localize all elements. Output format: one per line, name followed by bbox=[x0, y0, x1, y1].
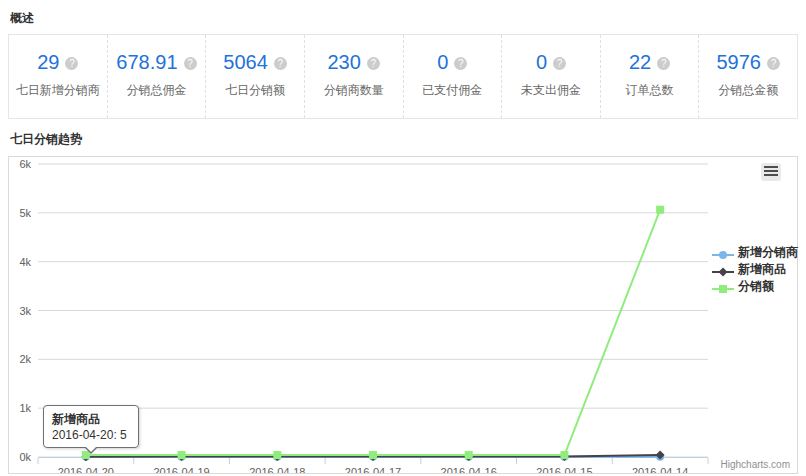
stat-value: 5976 bbox=[716, 51, 761, 73]
hamburger-menu-icon[interactable] bbox=[761, 163, 781, 181]
legend-item-new-distributors[interactable]: 新增分销商 bbox=[712, 244, 798, 261]
stat-card-paid-commission: 0? 已支付佣金 bbox=[403, 35, 502, 118]
y-tick-label: 4k bbox=[19, 256, 31, 268]
series-marker[interactable] bbox=[656, 206, 664, 214]
stat-value: 0 bbox=[536, 51, 547, 73]
help-icon[interactable]: ? bbox=[65, 57, 78, 70]
legend-label: 分销额 bbox=[738, 278, 774, 295]
legend-item-sales-amount[interactable]: 分销额 bbox=[712, 278, 798, 295]
series-line[interactable] bbox=[86, 210, 660, 455]
x-tick-label: 2016-04-19 bbox=[153, 466, 209, 473]
stat-label: 订单总数 bbox=[601, 82, 699, 99]
stat-value: 22 bbox=[629, 51, 651, 73]
overview-title: 概述 bbox=[0, 0, 806, 27]
legend-marker-icon bbox=[712, 264, 734, 276]
series-marker[interactable] bbox=[465, 451, 473, 459]
help-icon[interactable]: ? bbox=[767, 57, 780, 70]
legend-item-new-products[interactable]: 新增商品 bbox=[712, 261, 798, 278]
stat-card-order-total: 22? 订单总数 bbox=[600, 35, 699, 118]
highcharts-credit-link[interactable]: Highcharts.com bbox=[721, 459, 790, 470]
chart-legend: 新增分销商 新增商品 分销额 bbox=[712, 244, 798, 295]
stat-card-total-amount: 5976? 分销总金额 bbox=[698, 35, 797, 118]
legend-label: 新增分销商 bbox=[738, 244, 798, 261]
help-icon[interactable]: ? bbox=[454, 57, 467, 70]
series-marker[interactable] bbox=[560, 451, 568, 459]
stat-card-total-commission: 678.91? 分销总佣金 bbox=[107, 35, 206, 118]
y-tick-label: 5k bbox=[19, 207, 31, 219]
help-icon[interactable]: ? bbox=[367, 57, 380, 70]
stat-label: 七日分销额 bbox=[206, 82, 304, 99]
tooltip-value: 2016-04-20: 5 bbox=[52, 428, 130, 442]
series-marker[interactable] bbox=[719, 267, 728, 276]
y-tick-label: 0k bbox=[19, 451, 31, 463]
stat-card-new-distributors-7d: 29? 七日新增分销商 bbox=[9, 35, 107, 118]
series-marker[interactable] bbox=[369, 451, 377, 459]
chart-tooltip: 新增商品 2016-04-20: 5 bbox=[43, 405, 139, 448]
overview-stats-panel: 29? 七日新增分销商 678.91? 分销总佣金 5064? 七日分销额 23… bbox=[8, 34, 798, 119]
stat-label: 未支出佣金 bbox=[502, 82, 600, 99]
x-tick-label: 2016-04-15 bbox=[536, 466, 592, 473]
stat-card-distributor-count: 230? 分销商数量 bbox=[304, 35, 403, 118]
stat-card-sales-7d: 5064? 七日分销额 bbox=[205, 35, 304, 118]
series-marker[interactable] bbox=[719, 251, 727, 259]
y-tick-label: 1k bbox=[19, 402, 31, 414]
stat-label: 分销总金额 bbox=[699, 82, 797, 99]
y-tick-label: 6k bbox=[19, 158, 31, 170]
series-marker[interactable] bbox=[719, 285, 727, 293]
series-marker[interactable] bbox=[178, 451, 186, 459]
x-tick-label: 2016-04-16 bbox=[441, 466, 497, 473]
help-icon[interactable]: ? bbox=[184, 57, 197, 70]
stat-value: 230 bbox=[328, 51, 361, 73]
series-marker[interactable] bbox=[273, 451, 281, 459]
trend-title: 七日分销趋势 bbox=[0, 119, 806, 148]
help-icon[interactable]: ? bbox=[553, 57, 566, 70]
tooltip-series-name: 新增商品 bbox=[52, 411, 130, 428]
stat-label: 分销商数量 bbox=[305, 82, 403, 99]
stat-value: 5064 bbox=[223, 51, 268, 73]
legend-label: 新增商品 bbox=[738, 261, 786, 278]
x-tick-label: 2016-04-20 bbox=[58, 466, 114, 473]
stat-label: 七日新增分销商 bbox=[9, 82, 107, 99]
help-icon[interactable]: ? bbox=[657, 57, 670, 70]
help-icon[interactable]: ? bbox=[274, 57, 287, 70]
trend-chart: 0k1k2k3k4k5k6k2016-04-202016-04-192016-0… bbox=[8, 156, 798, 474]
legend-marker-icon bbox=[712, 247, 734, 259]
x-tick-label: 2016-04-14 bbox=[632, 466, 688, 473]
stat-value: 0 bbox=[437, 51, 448, 73]
stat-label: 已支付佣金 bbox=[404, 82, 502, 99]
legend-marker-icon bbox=[712, 281, 734, 293]
stat-value: 678.91 bbox=[116, 51, 177, 73]
y-tick-label: 2k bbox=[19, 353, 31, 365]
stat-value: 29 bbox=[37, 51, 59, 73]
stat-card-unpaid-commission: 0? 未支出佣金 bbox=[501, 35, 600, 118]
x-tick-label: 2016-04-17 bbox=[345, 466, 401, 473]
y-tick-label: 3k bbox=[19, 305, 31, 317]
x-tick-label: 2016-04-18 bbox=[249, 466, 305, 473]
stat-label: 分销总佣金 bbox=[108, 82, 206, 99]
